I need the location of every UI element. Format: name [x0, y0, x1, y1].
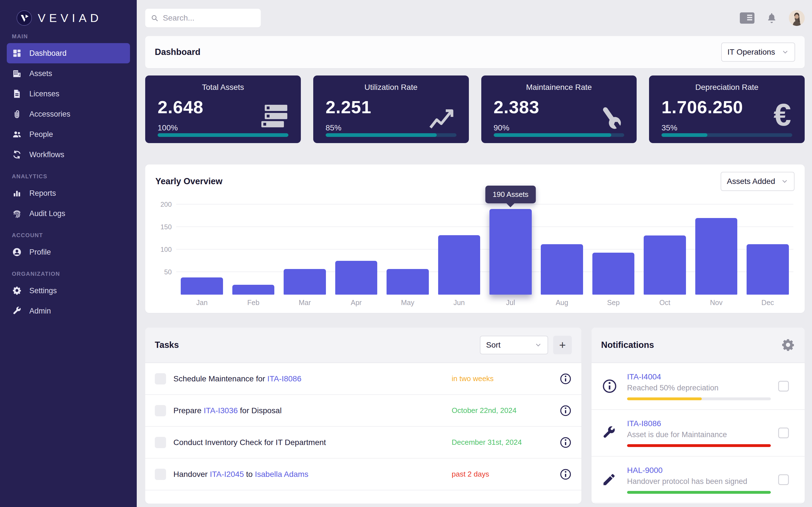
task-text-segment: for Disposal: [238, 406, 282, 415]
bar-aug[interactable]: [541, 244, 583, 295]
euro-icon: €: [774, 99, 791, 131]
notifications-header: Notifications: [592, 328, 805, 363]
sidebar-item-settings[interactable]: Settings: [7, 281, 130, 301]
sidebar-item-people[interactable]: People: [7, 124, 130, 145]
x-axis-label: Sep: [588, 298, 639, 307]
person-link[interactable]: Isabella Adams: [255, 470, 308, 478]
bar-jul[interactable]: [490, 209, 532, 295]
tasks-title: Tasks: [155, 340, 179, 350]
building-icon: [12, 68, 22, 78]
asset-link[interactable]: HAL-9000: [627, 466, 771, 475]
bar-dec[interactable]: [747, 244, 789, 295]
bar-mar[interactable]: [284, 269, 326, 295]
scope-select[interactable]: IT Operations: [721, 43, 795, 62]
notifications-settings-gear-icon[interactable]: [781, 338, 795, 352]
bell-icon[interactable]: [766, 12, 777, 24]
task-checkbox[interactable]: [155, 405, 166, 416]
sidebar-item-profile[interactable]: Profile: [7, 242, 130, 262]
tasks-panel: Tasks Sort + Schedule Maintenance for IT…: [145, 328, 581, 504]
sidebar-item-accessories[interactable]: Accessories: [7, 104, 130, 124]
bar-may[interactable]: [387, 269, 429, 295]
sidebar-item-label: People: [29, 130, 53, 139]
y-axis-tick-label: 200: [155, 201, 172, 209]
sidebar-item-audit-logs[interactable]: Audit Logs: [7, 203, 130, 224]
stat-card-title: Maintainence Rate: [494, 83, 624, 92]
stat-card-maintenance: Maintainence Rate 2.383 90%: [481, 75, 637, 143]
task-text-segment: Handover: [173, 470, 210, 478]
task-due-date: past 2 days: [452, 470, 545, 478]
sort-select[interactable]: Sort: [480, 336, 548, 354]
stat-card-total-assets: Total Assets 2.648 100%: [145, 75, 301, 143]
wrench-icon: [12, 306, 22, 316]
bar-oct[interactable]: [644, 235, 686, 295]
asset-link[interactable]: ITA-I3036: [204, 406, 238, 415]
notification-checkbox[interactable]: [778, 428, 789, 438]
notification-checkbox[interactable]: [778, 381, 789, 392]
bar-jun[interactable]: [438, 235, 480, 295]
chart-metric-select[interactable]: Assets Added: [721, 172, 795, 191]
notification-checkbox[interactable]: [778, 474, 789, 485]
sidebar-item-label: Audit Logs: [29, 209, 65, 218]
sidebar-item-licenses[interactable]: Licenses: [7, 83, 130, 104]
topbar-actions: [740, 10, 805, 26]
stat-cards-row: Total Assets 2.648 100% Utilization Rate…: [145, 75, 805, 143]
notification-progress-fill: [627, 397, 702, 400]
sidebar-item-reports[interactable]: Reports: [7, 183, 130, 203]
bottom-panels: Tasks Sort + Schedule Maintenance for IT…: [145, 328, 805, 507]
info-icon: [602, 378, 620, 394]
info-icon[interactable]: [559, 468, 572, 481]
info-icon[interactable]: [559, 436, 572, 449]
bar-nov[interactable]: [695, 218, 738, 295]
bar-slot-feb: [227, 195, 279, 295]
bar-apr[interactable]: [335, 261, 377, 295]
task-text-segment: to: [244, 470, 255, 478]
notification-content: ITA-I4004 Reached 50% depreciation: [627, 372, 771, 400]
notifications-title: Notifications: [601, 340, 654, 350]
task-due-date: October 22nd, 2024: [452, 406, 545, 415]
sidebar: VEVIAD MAIN Dashboard Assets Licenses Ac…: [0, 0, 137, 507]
asset-link[interactable]: ITA-I4004: [627, 372, 771, 381]
chart-header: Yearly Overview Assets Added: [145, 165, 805, 191]
task-checkbox[interactable]: [155, 469, 166, 480]
search-box[interactable]: [145, 9, 261, 27]
task-checkbox[interactable]: [155, 373, 166, 385]
task-row: Conduct Inventory Check for IT Departmen…: [145, 427, 581, 459]
x-axis-label: Jul: [485, 298, 536, 307]
bar-jan[interactable]: [181, 277, 223, 295]
asset-link[interactable]: ITA-I8086: [627, 419, 771, 428]
asset-link[interactable]: ITA-I2045: [210, 470, 244, 478]
pencil-icon: [602, 472, 620, 487]
sidebar-item-label: Admin: [29, 307, 51, 316]
task-row: Schedule Maintenance for ITA-I8086 in tw…: [145, 363, 581, 395]
sidebar-section-organization: ORGANIZATION: [12, 271, 137, 277]
wrench-icon: [602, 426, 620, 440]
bar-slot-apr: [331, 195, 382, 295]
bar-feb[interactable]: [232, 285, 274, 295]
sidebar-item-label: Licenses: [29, 90, 59, 98]
add-task-button[interactable]: +: [553, 336, 572, 354]
notification-message: Handover protocol has been signed: [627, 477, 771, 486]
news-card-icon[interactable]: [740, 12, 755, 24]
x-axis-label: May: [382, 298, 434, 307]
stat-card-utilization: Utilization Rate 2.251 85%: [313, 75, 469, 143]
asset-link[interactable]: ITA-I8086: [267, 374, 301, 383]
sidebar-item-workflows[interactable]: Workflows: [7, 145, 130, 165]
chevron-down-icon: [535, 341, 542, 349]
x-axis-label: Nov: [691, 298, 742, 307]
sidebar-item-dashboard[interactable]: Dashboard: [7, 43, 130, 63]
notification-content: HAL-9000 Handover protocol has been sign…: [627, 466, 771, 494]
gear-icon: [12, 286, 22, 296]
info-icon[interactable]: [559, 373, 572, 385]
sidebar-item-label: Assets: [29, 69, 52, 78]
bar-slot-jun: [434, 195, 485, 295]
task-checkbox[interactable]: [155, 437, 166, 448]
tasks-header: Tasks Sort +: [145, 328, 581, 363]
bar-sep[interactable]: [592, 252, 635, 295]
sidebar-item-label: Workflows: [29, 151, 64, 159]
search-input[interactable]: [163, 13, 255, 22]
user-avatar[interactable]: [789, 10, 805, 26]
sidebar-item-assets[interactable]: Assets: [7, 63, 130, 83]
sidebar-item-admin[interactable]: Admin: [7, 301, 130, 321]
stat-card-percent: 35%: [661, 123, 792, 132]
info-icon[interactable]: [559, 404, 572, 417]
